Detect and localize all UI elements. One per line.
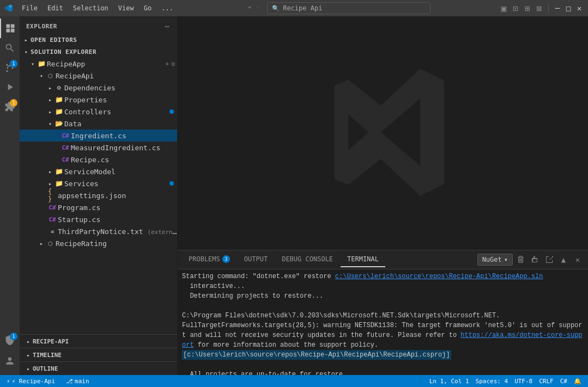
project-icon: ⬡	[46, 71, 54, 80]
status-position[interactable]: Ln 1, Col 1	[427, 378, 471, 385]
layout-icon-3[interactable]: ⊞	[523, 3, 532, 14]
restore-button[interactable]: □	[564, 4, 573, 13]
controllers-label: Controllers	[64, 108, 169, 116]
tree-recipe-rating[interactable]: ⬡ RecipeRating	[20, 237, 177, 249]
branch-icon: ⎇	[66, 378, 73, 385]
nuget-dropdown-value: NuGet	[482, 256, 502, 263]
timeline-section-header[interactable]: TIMELINE	[20, 348, 177, 361]
output-line-1: Starting command: "dotnet.exe" restore c…	[182, 272, 584, 281]
status-encoding[interactable]: UTF-8	[512, 378, 535, 385]
close-panel-button[interactable]: ✕	[572, 254, 584, 266]
solution-explorer-section[interactable]: SOLUTION EXPLORER	[20, 46, 177, 58]
status-language-label: C#	[560, 378, 567, 385]
status-remote[interactable]: ⚡ ⚡ Recipe-Api	[4, 375, 57, 387]
dependencies-chevron-icon	[46, 83, 54, 92]
tree-dependencies[interactable]: ⚙ Dependencies	[20, 82, 177, 94]
command-palette[interactable]: 🔍 Recipe Api	[267, 2, 431, 14]
tree-ingredient-cs[interactable]: C# Ingredient.cs	[20, 130, 177, 142]
tree-program-cs[interactable]: C# Program.cs	[20, 201, 177, 213]
nav-back-icon[interactable]: ◂	[247, 2, 251, 14]
tree-controllers[interactable]: 📁 Controllers	[20, 106, 177, 118]
tree-recipe-app[interactable]: 📁 RecipeApp + ⊡	[20, 58, 177, 70]
layout-icon-4[interactable]: ⊠	[534, 3, 544, 14]
close-button[interactable]: ✕	[575, 4, 584, 13]
output-link-1[interactable]: c:\Users\lerich\source\repos\Recipe-Api\…	[335, 273, 543, 280]
appsettings-label: appsettings.json	[58, 192, 177, 200]
tree-services[interactable]: 📁 Services	[20, 177, 177, 189]
tree-appsettings[interactable]: { } appsettings.json	[20, 189, 177, 201]
layout-icon-1[interactable]: ▣	[499, 3, 508, 14]
vscode-watermark	[307, 56, 459, 210]
tree-recipe-cs[interactable]: C# Recipe.cs	[20, 153, 177, 165]
add-project-icon[interactable]: +	[166, 60, 169, 67]
status-notifications[interactable]: 🔔	[572, 378, 584, 385]
sidebar-content: OPEN EDITORS SOLUTION EXPLORER 📁 RecipeA…	[20, 34, 177, 334]
tree-properties[interactable]: 📁 Properties	[20, 94, 177, 106]
menu-edit[interactable]: Edit	[43, 3, 68, 13]
activity-explorer[interactable]	[0, 19, 20, 38]
open-editor-button[interactable]	[543, 254, 555, 266]
status-spaces[interactable]: Spaces: 4	[474, 378, 511, 385]
activity-account[interactable]	[0, 351, 20, 371]
problems-badge: 3	[222, 255, 230, 263]
tab-terminal[interactable]: TERMINAL	[341, 252, 385, 267]
recipe-api-section-header[interactable]: RECIPE-API	[20, 335, 177, 348]
sidebar-bottom: RECIPE-API TIMELINE OUTLINE	[20, 334, 177, 375]
outline-chevron-icon	[24, 364, 33, 373]
recipe-rating-label: RecipeRating	[56, 239, 177, 248]
nav-forward-icon[interactable]: ▸	[256, 2, 260, 14]
activity-source-control[interactable]: 1	[0, 58, 20, 77]
minimize-button[interactable]: ─	[553, 4, 562, 13]
editor-panel-area: PROBLEMS 3 OUTPUT DEBUG CONSOLE TERMINAL…	[178, 16, 588, 375]
output-line-5: C:\Program Files\dotnet\sdk\7.0.203\sdks…	[182, 311, 584, 321]
status-branch[interactable]: ⎇ main	[64, 375, 92, 387]
output-link-2[interactable]: https://aka.ms/dotnet-core-support	[182, 331, 583, 349]
activity-extensions[interactable]: 1	[0, 97, 20, 116]
service-model-label: ServiceModel	[64, 168, 177, 176]
timeline-label: TIMELINE	[33, 352, 62, 359]
menu-selection[interactable]: Selection	[69, 3, 113, 13]
clear-output-button[interactable]	[515, 254, 527, 266]
status-eol[interactable]: CRLF	[537, 378, 556, 385]
tab-output[interactable]: OUTPUT	[238, 252, 274, 267]
sidebar-more-icon[interactable]: ⋯	[164, 21, 171, 32]
lock-button[interactable]	[529, 254, 541, 266]
activity-remote[interactable]: 1	[0, 330, 20, 350]
sidebar-actions: ⋯	[164, 21, 171, 32]
cs-file-icon-5: C#	[48, 215, 57, 224]
data-label: Data	[64, 120, 177, 128]
tab-problems[interactable]: PROBLEMS 3	[182, 252, 237, 267]
status-language[interactable]: C#	[558, 378, 569, 385]
layout-icon-2[interactable]: ⊡	[511, 3, 520, 14]
tree-measured-ingredient-cs[interactable]: C# MeasuredIngredient.cs	[20, 142, 177, 153]
open-editors-section[interactable]: OPEN EDITORS	[20, 34, 177, 46]
activity-run[interactable]	[0, 77, 20, 97]
editor-area	[178, 16, 588, 250]
status-encoding-label: UTF-8	[514, 378, 532, 385]
txt-file-icon: ≡	[48, 227, 57, 236]
menu-view[interactable]: View	[114, 3, 138, 13]
outline-section-header[interactable]: OUTLINE	[20, 362, 177, 375]
activity-search[interactable]	[0, 38, 20, 58]
service-model-chevron-icon	[46, 167, 54, 176]
tree-startup-cs[interactable]: C# Startup.cs	[20, 213, 177, 225]
menu-file[interactable]: File	[17, 3, 42, 13]
collapse-icon[interactable]: ⊡	[171, 60, 175, 67]
solution-explorer-chevron-icon	[22, 47, 31, 56]
menu-more[interactable]: ...	[157, 3, 178, 13]
tree-recipe-api[interactable]: ⬡ RecipeApi	[20, 70, 177, 82]
problems-tab-label: PROBLEMS	[189, 255, 220, 263]
tree-service-model[interactable]: 📁 ServiceModel	[20, 165, 177, 177]
activity-bar: 1 1 1	[0, 16, 20, 375]
maximize-panel-button[interactable]: ▲	[557, 254, 569, 266]
tree-data[interactable]: 📂 Data	[20, 118, 177, 130]
menu-go[interactable]: Go	[140, 3, 156, 13]
services-folder-icon: 📁	[54, 179, 63, 188]
nuget-dropdown[interactable]: NuGet ▾	[477, 254, 513, 266]
data-chevron-icon	[46, 119, 54, 128]
status-bar: ⚡ ⚡ Recipe-Api ⎇ main Ln 1, Col 1 Spaces…	[0, 375, 588, 387]
tree-third-party[interactable]: ≡ ThirdPartyNotice.txt (external file li…	[20, 225, 177, 237]
tab-debug-console[interactable]: DEBUG CONSOLE	[275, 252, 340, 267]
startup-cs-label: Startup.cs	[58, 216, 177, 224]
source-control-badge: 1	[10, 60, 17, 67]
